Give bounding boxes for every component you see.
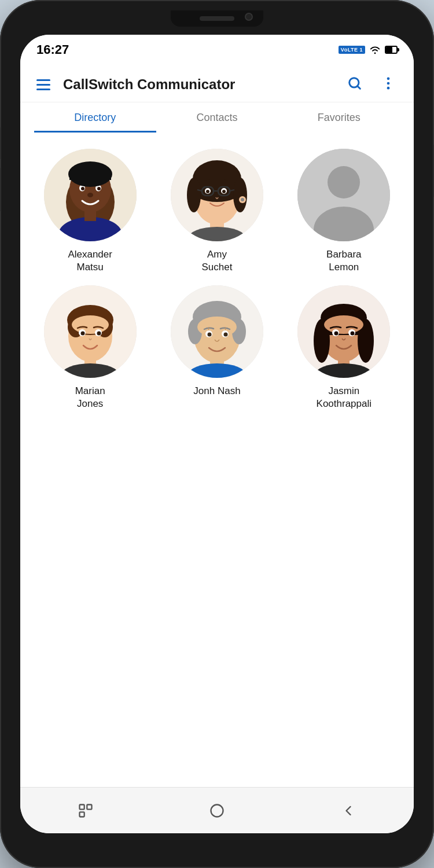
tab-contacts[interactable]: Contacts [156, 102, 278, 133]
svg-rect-78 [80, 804, 84, 809]
svg-rect-14 [69, 174, 111, 180]
svg-point-45 [72, 315, 109, 334]
svg-rect-80 [80, 812, 84, 816]
avatar-jasmin-koothrappali [297, 285, 390, 378]
menu-line-3 [36, 89, 50, 90]
battery-icon [385, 46, 398, 54]
more-button[interactable] [377, 72, 400, 97]
svg-point-1 [387, 78, 390, 80]
menu-line-1 [36, 79, 50, 81]
nav-recent-button[interactable] [71, 796, 100, 825]
status-icons: VoLTE 1 [339, 45, 398, 54]
svg-rect-16 [84, 209, 96, 221]
contacts-grid: AlexanderMatsu [30, 149, 404, 410]
menu-line-2 [36, 84, 50, 86]
svg-point-74 [334, 332, 339, 336]
nav-back-button[interactable] [334, 796, 363, 825]
svg-point-81 [211, 804, 223, 816]
contact-card-amy-suchet[interactable]: AmySuchet [156, 149, 277, 274]
tab-directory[interactable]: Directory [34, 102, 156, 133]
home-icon [209, 803, 225, 819]
svg-point-22 [233, 178, 247, 212]
svg-point-71 [324, 315, 363, 334]
contact-name-barbara-lemon: BarbaraLemon [326, 248, 361, 274]
svg-point-12 [87, 193, 93, 197]
status-time: 16:27 [36, 42, 69, 57]
svg-point-37 [328, 166, 360, 198]
menu-button[interactable] [34, 77, 53, 93]
recent-apps-icon [78, 803, 94, 819]
app-header: CallSwitch Communicator [20, 65, 414, 102]
back-icon [340, 803, 356, 819]
avatar-alexander-matsu [44, 149, 137, 241]
contact-card-marian-jones[interactable]: MarianJones [30, 285, 150, 410]
contact-card-jonh-nash[interactable]: Jonh Nash [156, 285, 277, 410]
svg-point-21 [187, 178, 201, 212]
wifi-icon [369, 45, 381, 54]
tab-favorites[interactable]: Favorites [278, 102, 400, 133]
svg-point-31 [222, 190, 226, 193]
nav-home-button[interactable] [203, 796, 231, 825]
svg-rect-79 [87, 804, 92, 809]
svg-point-11 [97, 187, 101, 190]
svg-point-49 [97, 332, 101, 336]
search-button[interactable] [343, 72, 366, 97]
contact-name-amy-suchet: AmySuchet [202, 248, 233, 274]
content-area: AlexanderMatsu [20, 133, 414, 787]
contact-card-barbara-lemon[interactable]: BarbaraLemon [284, 149, 404, 274]
vol-up-button[interactable] [0, 127, 1, 159]
vol-down-button[interactable] [0, 168, 1, 211]
svg-point-2 [387, 82, 390, 85]
svg-point-58 [197, 317, 237, 337]
svg-point-35 [241, 198, 244, 201]
nav-bar [20, 787, 414, 833]
contact-name-jonh-nash: Jonh Nash [193, 385, 240, 398]
phone-device: 16:27 VoLTE 1 Cal [0, 0, 434, 868]
status-bar: 16:27 VoLTE 1 [20, 35, 414, 65]
svg-point-30 [206, 190, 209, 193]
svg-point-75 [351, 332, 355, 336]
front-camera [245, 13, 253, 21]
svg-point-48 [80, 332, 84, 336]
tabs-bar: Directory Contacts Favorites [20, 102, 414, 133]
avatar-amy-suchet [171, 149, 263, 241]
svg-point-10 [81, 187, 84, 190]
volte-badge: VoLTE 1 [339, 46, 365, 54]
avatar-marian-jones [44, 285, 137, 378]
search-icon [347, 75, 363, 91]
contact-name-jasmin-koothrappali: JasminKoothrappali [317, 385, 372, 410]
contact-card-alexander-matsu[interactable]: AlexanderMatsu [30, 149, 150, 274]
contact-name-alexander-matsu: AlexanderMatsu [68, 248, 112, 274]
app-title: CallSwitch Communicator [63, 76, 333, 93]
phone-screen: 16:27 VoLTE 1 Cal [20, 35, 414, 833]
phone-speaker [200, 16, 234, 21]
avatar-jonh-nash [171, 285, 263, 378]
svg-point-61 [207, 333, 211, 337]
contact-card-jasmin-koothrappali[interactable]: JasminKoothrappali [284, 285, 404, 410]
svg-point-3 [387, 87, 390, 90]
more-vertical-icon [380, 75, 396, 91]
avatar-barbara-lemon [297, 149, 390, 241]
svg-point-62 [223, 333, 227, 337]
contact-name-marian-jones: MarianJones [75, 385, 105, 410]
